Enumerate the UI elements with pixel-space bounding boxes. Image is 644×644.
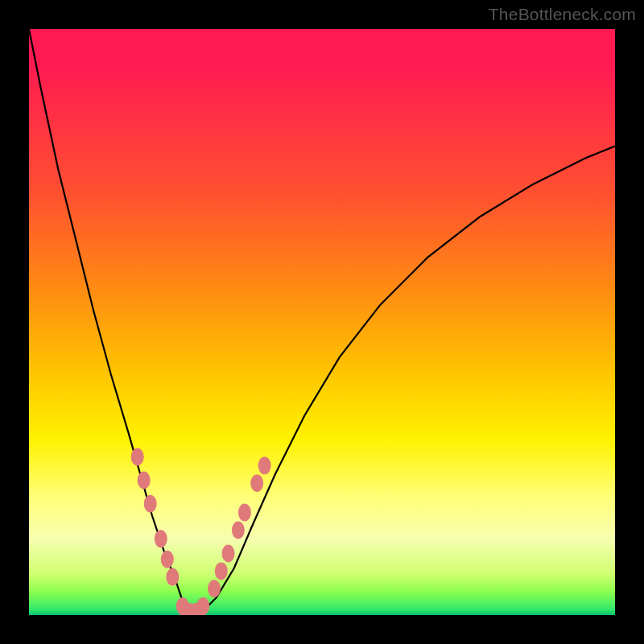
marker-dot [215, 562, 228, 580]
bottleneck-curve [29, 29, 615, 612]
marker-dot [258, 456, 271, 474]
marker-dot [222, 545, 235, 563]
marker-dot [250, 474, 263, 492]
marker-dot [161, 551, 174, 568]
chart-svg [29, 29, 615, 615]
marker-dot [155, 530, 167, 547]
marker-dot [196, 597, 209, 615]
watermark-text: TheBottleneck.com [489, 5, 636, 24]
curve-group [29, 29, 615, 612]
marker-dot [131, 448, 144, 465]
marker-dot [166, 568, 179, 586]
plot-area [29, 29, 615, 615]
marker-dot [144, 495, 157, 513]
marker-dot [138, 472, 151, 489]
marker-dot [232, 521, 245, 539]
marker-dot [208, 580, 221, 597]
marker-dot [238, 504, 251, 522]
chart-frame: TheBottleneck.com [0, 0, 644, 644]
